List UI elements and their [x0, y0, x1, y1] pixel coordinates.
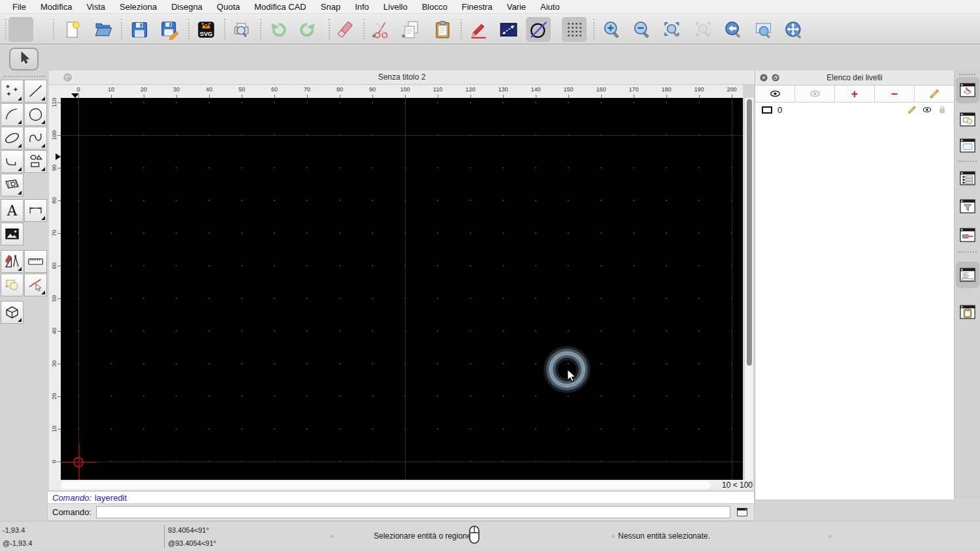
open-file-button[interactable] [90, 17, 115, 42]
redo-button[interactable] [295, 17, 320, 42]
relative-coordinate: @-1,93.4 [3, 539, 32, 547]
toolbar-separator [329, 19, 330, 39]
vertical-scrollbar[interactable] [744, 98, 753, 480]
dock-layer-list-toggle[interactable] [956, 77, 979, 103]
selection-tool-button[interactable] [9, 48, 39, 71]
zoom-back-button[interactable] [721, 17, 745, 42]
detach-command-window-button[interactable] [735, 506, 751, 519]
menu-info[interactable]: Info [348, 2, 376, 12]
grid-toggle-button[interactable] [562, 17, 587, 42]
command-history-value: layeredit [95, 493, 127, 503]
delete-eraser-button[interactable] [332, 17, 357, 42]
select-entities-tool-button[interactable] [1, 274, 24, 296]
arc-tool-button[interactable] [1, 103, 24, 126]
grid-major-line-vertical [405, 98, 406, 480]
polygon-tool-button[interactable] [24, 150, 47, 173]
zoom-window-button[interactable] [751, 17, 776, 42]
document-titlebar[interactable]: Senza titolo 2 [49, 71, 755, 85]
save-as-button[interactable] [157, 17, 182, 42]
menu-blocco[interactable]: Blocco [415, 2, 455, 12]
paste-button[interactable] [430, 17, 455, 42]
copy-button[interactable] [399, 17, 423, 42]
layer-row[interactable]: 0 [755, 102, 954, 117]
polyline-tool-button[interactable] [1, 150, 24, 173]
dock-command-history-toggle[interactable] [956, 262, 979, 288]
circle-tool-button[interactable] [24, 103, 47, 126]
menu-modifica-cad[interactable]: Modifica CAD [247, 2, 313, 12]
toolbar-separator [363, 19, 365, 39]
layer-list: 0 [755, 102, 954, 117]
layer-visibility-icon[interactable] [922, 104, 932, 115]
spline-tool-button[interactable] [24, 127, 47, 150]
float-panel-button[interactable] [771, 73, 780, 82]
edit-layer-icon[interactable] [907, 104, 917, 115]
edit-layer-button[interactable] [915, 86, 954, 102]
dock-clipboard-toggle[interactable] [956, 299, 979, 325]
hatch-tool-button[interactable] [1, 174, 24, 197]
dock-laser-pointer-toggle[interactable] [956, 222, 979, 248]
remove-layer-button[interactable]: − [875, 86, 915, 102]
zoom-auto-button[interactable] [659, 17, 684, 42]
horizontal-scrollbar[interactable] [49, 480, 753, 490]
dimension-box-button[interactable] [496, 17, 521, 42]
image-tool-button[interactable] [1, 223, 24, 245]
grid-major-line-vertical [732, 98, 732, 480]
menu-disegna[interactable]: Disegna [164, 2, 210, 12]
points-tool-button[interactable] [1, 80, 24, 102]
flyout-arrow-icon [18, 191, 22, 195]
dock-selection-filter-toggle[interactable] [956, 193, 979, 219]
circle-diagonal-button[interactable] [526, 17, 551, 42]
undo-button[interactable] [265, 17, 290, 42]
horizontal-scrollbar-thumb[interactable] [61, 481, 711, 489]
cad-application-window: FileModificaVistaSelezionaDisegnaQuotaMo… [0, 0, 980, 551]
menu-vista[interactable]: Vista [79, 2, 112, 12]
print-preview-button[interactable] [229, 17, 253, 42]
modify-line-tool-button[interactable] [24, 274, 47, 296]
toggle-hidden-layers-button[interactable] [795, 86, 835, 102]
close-panel-button[interactable] [759, 73, 768, 82]
drawing-canvas[interactable] [61, 98, 743, 480]
save-button[interactable] [127, 17, 152, 42]
text-tool-button[interactable]: A [1, 199, 24, 222]
menu-quota[interactable]: Quota [210, 2, 247, 12]
command-input[interactable] [96, 506, 730, 518]
menu-modifica[interactable]: Modifica [33, 2, 79, 12]
ellipse-tool-button[interactable] [1, 127, 24, 150]
zoom-pan-button[interactable] [781, 17, 806, 42]
zoom-previous-button[interactable] [691, 17, 715, 42]
vertical-scrollbar-thumb[interactable] [747, 99, 752, 366]
menu-snap[interactable]: Snap [314, 2, 348, 12]
show-all-layers-button[interactable] [755, 86, 795, 102]
menu-finestra[interactable]: Finestra [455, 2, 500, 12]
dock-drag-handle[interactable] [959, 74, 975, 75]
solid-tool-button[interactable] [1, 301, 24, 324]
layer-lock-icon[interactable] [937, 104, 947, 115]
new-file-button[interactable] [59, 17, 84, 42]
line-tool-button[interactable] [24, 80, 47, 102]
pen-edit-button[interactable] [466, 17, 491, 42]
select-pointer-button[interactable] [8, 17, 33, 42]
h-ruler-label: 30 [173, 86, 180, 93]
dock-library-browser-toggle[interactable] [956, 133, 979, 159]
menu-aiuto[interactable]: Aiuto [533, 2, 567, 12]
dock-block-list-toggle[interactable] [956, 106, 979, 133]
draft-tool-button[interactable] [1, 250, 24, 273]
h-ruler-label: 200 [727, 86, 736, 93]
add-layer-button[interactable]: + [835, 86, 875, 102]
layer-color-swatch[interactable] [762, 106, 772, 114]
pointer-icon [16, 50, 32, 69]
menu-varie[interactable]: Varie [500, 2, 533, 12]
export-svg-button[interactable]: SVG [193, 17, 218, 42]
zoom-out-button[interactable] [629, 17, 654, 42]
measure-tool-button[interactable] [24, 250, 47, 273]
cut-button[interactable] [368, 17, 393, 42]
zoom-in-button[interactable] [599, 17, 624, 42]
menu-livello[interactable]: Livello [376, 2, 415, 12]
menu-seleziona[interactable]: Seleziona [112, 2, 164, 12]
toolbar-separator [5, 19, 7, 39]
palette-drag-handle[interactable] [3, 76, 45, 77]
dimension-tool-button[interactable] [24, 199, 47, 222]
menu-file[interactable]: File [5, 2, 33, 12]
status-dot [828, 535, 832, 538]
dock-property-editor-toggle[interactable] [956, 165, 979, 191]
